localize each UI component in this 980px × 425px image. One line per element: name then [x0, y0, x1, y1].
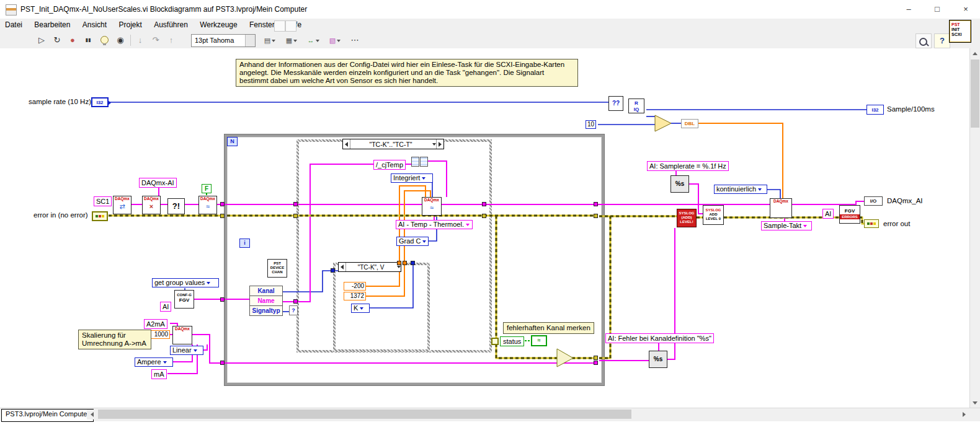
sample-rate-terminal[interactable]: I32	[91, 97, 109, 107]
vi-icon[interactable]: PST INIT SCXI	[949, 20, 971, 43]
case-selector-label[interactable]: "TC-K".."TC-T"	[350, 141, 431, 148]
menu-werkzeuge[interactable]: Werkzeuge	[195, 19, 242, 31]
integriert-ring[interactable]: Integriert	[391, 173, 433, 183]
menu-ausfuehren[interactable]: Ausführen	[149, 19, 193, 31]
step-over-button[interactable]: ↷	[148, 33, 163, 47]
status-boolean-indicator[interactable]: ≈	[531, 335, 547, 346]
inner-case-dropdown-icon[interactable]	[397, 266, 401, 268]
close-button[interactable]: ×	[951, 0, 980, 19]
cleanup-diagram-button[interactable]: ⋯	[347, 33, 362, 47]
menu-projekt[interactable]: Projekt	[114, 19, 146, 31]
run-continuous-button[interactable]: ↻	[50, 33, 65, 47]
highlight-execution-icon[interactable]	[100, 36, 109, 44]
case-selector-terminal[interactable]: ?	[289, 305, 298, 315]
ma-string-constant[interactable]: mA	[151, 369, 167, 379]
ai-string-constant-left[interactable]: AI	[160, 302, 171, 312]
scroll-down-icon[interactable]	[970, 398, 980, 408]
loop-iteration-terminal[interactable]: i	[239, 239, 250, 248]
clear-errors-icon[interactable]: ?!	[167, 198, 185, 214]
unbundle-name[interactable]: Name	[249, 296, 283, 306]
fgv-errors-icon[interactable]: FGV ERRORS	[839, 205, 860, 224]
unbundle-by-name-node[interactable]: Kanal Name Signaltyp	[249, 286, 283, 316]
error-in-terminal[interactable]	[92, 211, 108, 221]
property-node-icon[interactable]	[411, 157, 428, 167]
pause-button[interactable]: ▮▮	[81, 33, 96, 47]
minimize-button[interactable]: –	[894, 0, 923, 19]
menu-datei[interactable]: Datei	[0, 19, 27, 31]
ai-string-constant-right[interactable]: AI	[822, 209, 834, 219]
format-into-string-icon-2[interactable]: %s	[649, 351, 667, 368]
syslog-add-level0-icon[interactable]: SYSLOG ADD LEVEL 0	[703, 205, 724, 225]
scroll-up-icon[interactable]	[970, 48, 980, 58]
format-into-string-icon[interactable]: %s	[670, 175, 689, 193]
samplerate-format-string[interactable]: AI: Samplerate = %.1f Hz	[647, 161, 729, 171]
sample-takt-ring[interactable]: Sample-Takt	[761, 221, 812, 230]
loop-count-terminal[interactable]: N	[227, 137, 238, 146]
diagram-comment[interactable]: Anhand der Informationen aus der Config-…	[236, 59, 578, 87]
daqmx-timing-icon[interactable]: DAQmx	[770, 198, 792, 218]
menu-bearbeiten[interactable]: Bearbeiten	[29, 19, 75, 31]
distribute-objects-button[interactable]: ▦	[282, 33, 301, 47]
unbundle-signaltyp[interactable]: Signaltyp	[249, 305, 283, 316]
error-out-terminal[interactable]	[864, 219, 879, 228]
font-dropdown-icon[interactable]	[245, 35, 255, 46]
thermocouple-type-ring[interactable]: K	[351, 304, 370, 313]
resize-objects-button[interactable]: ↔	[304, 33, 323, 47]
grad-c-ring[interactable]: Grad C	[396, 237, 429, 246]
step-into-button[interactable]: ↓	[133, 33, 148, 47]
cjtemp-string-constant[interactable]: /_cjTemp	[373, 160, 406, 170]
pst-device-chan-icon[interactable]: PST DEVICE CHAN	[267, 259, 287, 278]
max-value-constant[interactable]: 1372	[344, 292, 366, 300]
inner-case-prev-icon[interactable]	[339, 263, 346, 271]
case-prev-icon[interactable]	[343, 139, 350, 149]
sample-100ms-terminal[interactable]: I32	[866, 105, 884, 115]
error-format-string[interactable]: AI: Fehler bei Kanaldefinition "%s"	[605, 333, 714, 343]
min-value-constant[interactable]: -200	[344, 282, 366, 291]
align-objects-button[interactable]: ▤	[261, 33, 279, 47]
merken-comment[interactable]: fehlerhaften Kanal merken	[503, 322, 594, 334]
scale-comment[interactable]: Skalierung für Umrechnung A->mA	[78, 330, 151, 349]
scroll-left-icon[interactable]	[87, 410, 97, 419]
daqmx-create-scale-icon[interactable]: DAQmx	[172, 326, 192, 344]
unbundle-kanal[interactable]: Kanal	[249, 286, 283, 296]
horizontal-scroll-thumb[interactable]	[98, 410, 631, 419]
kontinuierlich-ring[interactable]: kontinuierlich	[714, 185, 767, 194]
run-button[interactable]: ▷	[34, 33, 49, 47]
scroll-right-icon[interactable]	[959, 410, 969, 419]
ampere-ring[interactable]: Ampere	[135, 357, 173, 367]
daqmx-create-channel-outer-icon[interactable]: DAQmx ≈	[198, 196, 217, 214]
reorder-button[interactable]: ▧	[326, 33, 344, 47]
inner-case-selector[interactable]: "TC-K", V	[338, 262, 401, 272]
conf-g-fgv-icon[interactable]: CONF-G FGV	[174, 290, 194, 309]
ai-temp-thermo-ring[interactable]: AI - Temp - Thermoel.	[396, 220, 473, 229]
step-out-button[interactable]: ↑	[164, 33, 179, 47]
abort-button[interactable]: ●	[65, 33, 80, 47]
menubar-icon-1[interactable]	[274, 20, 285, 32]
daqmx-ai-output-terminal[interactable]: I/O	[864, 196, 883, 206]
retain-wire-values-button[interactable]: ◉	[113, 33, 128, 47]
case-next-icon[interactable]	[436, 139, 443, 149]
sc1-string-constant[interactable]: SC1	[94, 196, 112, 206]
daqmx-create-task-icon[interactable]: DAQmx ⇄	[113, 196, 131, 214]
array-index-icon[interactable]: ??	[608, 96, 623, 111]
daqmx-task-config-icon[interactable]: DAQmx ×	[142, 196, 161, 214]
to-dbl-conversion[interactable]: DBL	[681, 119, 698, 128]
syslog-add-level-icon[interactable]: SYSLOG (ADD) LEVEL!	[677, 209, 697, 227]
vertical-scroll-thumb[interactable]	[971, 59, 979, 128]
font-selector[interactable]: 13pt Tahoma	[191, 34, 256, 47]
maximize-button[interactable]: □	[923, 0, 951, 19]
case-selector[interactable]: "TC-K".."TC-T"	[342, 139, 444, 149]
context-help-button[interactable]: ?	[934, 33, 950, 48]
a2ma-string-constant[interactable]: A2mA	[144, 319, 167, 329]
daqmx-create-ai-channel-icon[interactable]: DAQmx ≈	[422, 197, 442, 216]
search-button[interactable]	[915, 33, 932, 48]
vertical-scrollbar[interactable]	[969, 48, 980, 408]
numeric-constant-10[interactable]: 10	[586, 120, 596, 129]
quotient-remainder-icon[interactable]: R IQ	[628, 99, 644, 113]
linear-ring[interactable]: Linear	[170, 346, 203, 355]
menubar-icon-2[interactable]	[285, 20, 296, 32]
false-constant[interactable]: F	[202, 184, 212, 193]
menu-ansicht[interactable]: Ansicht	[78, 19, 112, 31]
project-context-tab[interactable]: PST3.lvproj/Mein Computer	[1, 409, 94, 422]
inner-case-selector-label[interactable]: "TC-K", V	[346, 264, 396, 271]
